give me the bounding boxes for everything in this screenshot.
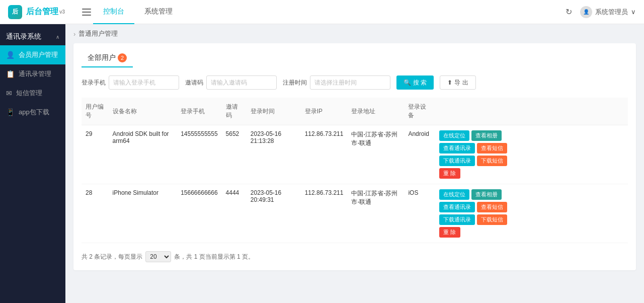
col-header-actions: [435, 98, 628, 125]
chevron-down-icon: ∨: [631, 8, 636, 16]
members-icon: 👤: [6, 51, 15, 59]
cell-ip[interactable]: 112.86.73.211: [301, 125, 348, 184]
cell-invite: 4444: [222, 184, 247, 243]
action-btn-查看短信[interactable]: 查看短信: [477, 202, 507, 212]
pagination-suffix: 条，共 1 页当前显示第 1 页。: [174, 253, 254, 261]
app-title: 后台管理: [26, 7, 58, 17]
action-btn-下载通讯录[interactable]: 下载通讯录: [439, 214, 475, 225]
code-input[interactable]: [206, 75, 277, 90]
code-label: 邀请码: [185, 79, 203, 87]
search-icon: 🔍: [404, 79, 411, 86]
col-header-invite: 邀请码: [222, 98, 247, 125]
cell-actions: 在线定位查看相册查看通讯录查看短信下载通讯录下载短信重 除: [435, 184, 628, 243]
pagination-total: 共 2 条记录，每页显示: [82, 253, 142, 261]
app-logo: 后 后台管理 v3: [8, 5, 65, 19]
cell-id[interactable]: 28: [82, 184, 109, 243]
action-btn-重-除[interactable]: 重 除: [439, 227, 460, 238]
tab-all-users[interactable]: 全部用户 2: [82, 51, 133, 67]
time-input[interactable]: [310, 75, 390, 90]
breadcrumb-separator: ›: [73, 30, 75, 38]
cell-phone: 14555555555: [177, 125, 221, 184]
export-icon: ⬆: [447, 79, 452, 86]
export-button[interactable]: ⬆ 导 出: [440, 75, 475, 90]
sidebar-item-members[interactable]: 👤 会员用户管理: [0, 45, 65, 64]
cell-device-type: Android: [404, 125, 435, 184]
top-right-area: ↻ 👤 系统管理员 ∨: [566, 6, 636, 18]
pagination-bar: 共 2 条记录，每页显示 102050100 条，共 1 页当前显示第 1 页。: [82, 251, 628, 262]
col-header-dev-type: 登录设备: [404, 98, 435, 125]
cell-id[interactable]: 29: [82, 125, 109, 184]
tab-badge: 2: [118, 53, 127, 62]
sidebar-toggle-button[interactable]: [80, 7, 93, 18]
cell-addr: 中国-江苏省-苏州市-联通: [347, 184, 404, 243]
sidebar-item-app-download[interactable]: 📱 app包下载: [0, 103, 65, 122]
col-header-addr: 登录地址: [347, 98, 404, 125]
action-btn-下载通讯录[interactable]: 下载通讯录: [439, 156, 475, 166]
action-btn-在线定位[interactable]: 在线定位: [439, 130, 469, 141]
data-table: 用户编号 设备名称 登录手机 邀请码 登录时间 登录IP 登录地址 登录设备 2…: [82, 98, 628, 243]
search-button[interactable]: 🔍 搜 索: [396, 75, 434, 90]
cell-actions: 在线定位查看相册查看通讯录查看短信下载通讯录下载短信重 除: [435, 125, 628, 184]
phone-label: 登录手机: [82, 79, 106, 87]
sidebar-item-contacts[interactable]: 📋 通讯录管理: [0, 64, 65, 84]
logo-icon: 后: [8, 5, 22, 19]
col-header-phone: 登录手机: [177, 98, 221, 125]
app-version: v3: [59, 9, 65, 15]
main-content: 全部用户 2 登录手机 邀请码 注册时间: [65, 43, 644, 303]
table-row: 29Android SDK built for arm6414555555555…: [82, 125, 628, 184]
col-header-device: 设备名称: [109, 98, 177, 125]
nav-item-system[interactable]: 系统管理: [134, 0, 183, 24]
user-name: 系统管理员: [595, 8, 628, 17]
nav-item-dashboard[interactable]: 控制台: [93, 0, 134, 24]
action-btn-下载短信[interactable]: 下载短信: [477, 214, 507, 225]
action-btn-查看通讯录[interactable]: 查看通讯录: [439, 143, 475, 154]
sidebar-item-sms[interactable]: ✉ 短信管理: [0, 84, 65, 103]
cell-phone: 15666666666: [177, 184, 221, 243]
cell-time: 2023-05-16 20:49:31: [247, 184, 301, 243]
phone-search-group: 登录手机: [82, 75, 179, 90]
cell-device[interactable]: iPhone Simulator: [109, 184, 177, 243]
breadcrumb-current: 普通用户管理: [78, 29, 118, 38]
breadcrumb: › 普通用户管理: [65, 24, 644, 43]
action-btn-查看相册[interactable]: 查看相册: [471, 189, 502, 200]
user-menu[interactable]: 👤 系统管理员 ∨: [580, 6, 636, 18]
time-label: 注册时间: [283, 79, 307, 87]
top-navigation: 后 后台管理 v3 控制台 系统管理 ↻ 👤 系统管理员 ∨: [0, 0, 644, 24]
content-card: 全部用户 2 登录手机 邀请码 注册时间: [73, 43, 636, 270]
cell-device[interactable]: Android SDK built for arm64: [109, 125, 177, 184]
action-btn-查看通讯录[interactable]: 查看通讯录: [439, 202, 475, 212]
cell-ip[interactable]: 112.86.73.211: [301, 184, 348, 243]
col-header-time: 登录时间: [247, 98, 301, 125]
search-bar: 登录手机 邀请码 注册时间 🔍 搜 索: [82, 75, 628, 90]
chevron-up-icon: ∧: [56, 34, 59, 40]
cell-device-type: iOS: [404, 184, 435, 243]
col-header-id: 用户编号: [82, 98, 109, 125]
cell-invite: 5652: [222, 125, 247, 184]
phone-input[interactable]: [109, 75, 179, 90]
main-layout: 通讯录系统 ∧ 👤 会员用户管理 📋 通讯录管理 ✉ 短信管理 📱 app包下载…: [0, 24, 644, 303]
action-btn-查看相册[interactable]: 查看相册: [471, 130, 502, 141]
sidebar: 通讯录系统 ∧ 👤 会员用户管理 📋 通讯录管理 ✉ 短信管理 📱 app包下载: [0, 24, 65, 303]
contacts-icon: 📋: [6, 70, 15, 78]
action-btn-重-除[interactable]: 重 除: [439, 168, 460, 179]
col-header-ip: 登录IP: [301, 98, 348, 125]
refresh-button[interactable]: ↻: [566, 7, 572, 17]
tab-header: 全部用户 2: [82, 51, 628, 67]
table-row: 28iPhone Simulator1566666666644442023-05…: [82, 184, 628, 243]
action-btn-在线定位[interactable]: 在线定位: [439, 189, 469, 200]
cell-addr: 中国-江苏省-苏州市-联通: [347, 125, 404, 184]
sms-icon: ✉: [6, 89, 12, 97]
top-menu: 控制台 系统管理: [93, 0, 566, 24]
sidebar-section-title: 通讯录系统 ∧: [0, 24, 65, 45]
action-btn-查看短信[interactable]: 查看短信: [477, 143, 507, 154]
download-icon: 📱: [6, 108, 15, 116]
avatar: 👤: [580, 6, 592, 18]
page-size-select[interactable]: 102050100: [145, 251, 171, 262]
cell-time: 2023-05-16 21:13:28: [247, 125, 301, 184]
action-btn-下载短信[interactable]: 下载短信: [477, 156, 507, 166]
time-search-group: 注册时间: [283, 75, 390, 90]
code-search-group: 邀请码: [185, 75, 277, 90]
